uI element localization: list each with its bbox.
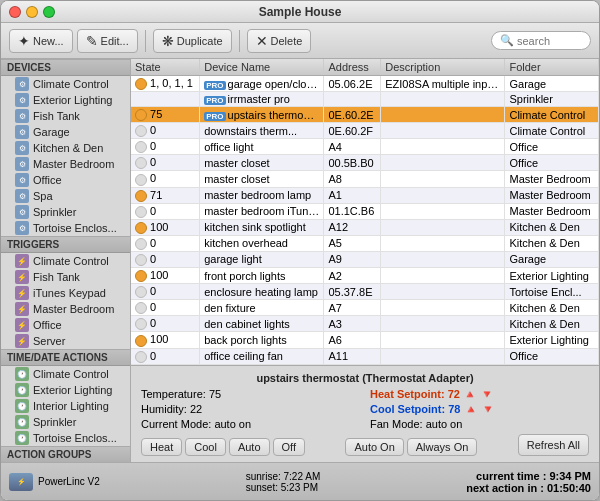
sidebar-item-timedate[interactable]: 🕐Interior Lighting xyxy=(1,398,130,414)
sidebar-item-device[interactable]: ⚙Climate Control xyxy=(1,76,130,92)
sidebar-triggers-list: ⚡Climate Control⚡Fish Tank⚡iTunes Keypad… xyxy=(1,253,130,349)
table-row[interactable]: 0downstairs therm...0E.60.2FClimate Cont… xyxy=(131,123,599,139)
heat-down-icon[interactable]: 🔻 xyxy=(480,388,494,400)
table-row[interactable]: 100kitchen sink spotlightA12Kitchen & De… xyxy=(131,219,599,235)
cell-state: off xyxy=(131,364,200,365)
table-row[interactable]: 0enclosure heating lamp05.37.8ETortoise … xyxy=(131,284,599,300)
sidebar-item-device[interactable]: ⚙Master Bedroom xyxy=(1,156,130,172)
detail-title: upstairs thermostat (Thermostat Adapter) xyxy=(141,372,589,384)
table-row[interactable]: 1, 0, 1, 1PROgarage open/close...05.06.2… xyxy=(131,76,599,92)
cell-name: office light xyxy=(200,139,324,155)
sidebar-device-label: Tortoise Enclos... xyxy=(33,222,117,234)
current-mode-row: Current Mode: auto on xyxy=(141,418,360,430)
table-row[interactable]: 75PROupstairs thermostat0E.60.2EClimate … xyxy=(131,107,599,123)
sidebar-item-trigger[interactable]: ⚡iTunes Keypad xyxy=(1,285,130,301)
sidebar-item-device[interactable]: ⚙Garage xyxy=(1,124,130,140)
minimize-button[interactable] xyxy=(26,6,38,18)
table-row[interactable]: 0office lightA4Office xyxy=(131,139,599,155)
table-row[interactable]: 0garage lightA9Garage xyxy=(131,251,599,267)
new-button[interactable]: ✦ New... xyxy=(9,29,73,53)
cell-name: master bedroom iTunes... xyxy=(200,203,324,219)
cool-up-icon[interactable]: 🔺 xyxy=(464,403,478,415)
sidebar-item-trigger[interactable]: ⚡Server xyxy=(1,333,130,349)
mode-button-off[interactable]: Off xyxy=(273,438,305,456)
pro-badge: PRO xyxy=(204,81,225,90)
table-row[interactable]: offspa heaterB3Spa xyxy=(131,364,599,365)
sidebar-item-device[interactable]: ⚙Fish Tank xyxy=(1,108,130,124)
mode-button-cool[interactable]: Cool xyxy=(185,438,226,456)
sidebar-item-trigger[interactable]: ⚡Fish Tank xyxy=(1,269,130,285)
device-icon: ⚙ xyxy=(15,157,29,171)
refresh-all-button[interactable]: Refresh All xyxy=(518,434,589,456)
fan-buttons: Auto OnAlways On xyxy=(345,438,477,456)
edit-icon: ✎ xyxy=(86,33,98,49)
cell-description xyxy=(381,139,505,155)
cell-description xyxy=(381,155,505,171)
sidebar-item-device[interactable]: ⚙Kitchen & Den xyxy=(1,140,130,156)
close-button[interactable] xyxy=(9,6,21,18)
mode-button-heat[interactable]: Heat xyxy=(141,438,182,456)
cell-address: 0E.60.2E xyxy=(324,107,381,123)
cell-state: 0 xyxy=(131,251,200,267)
table-row[interactable]: 0office ceiling fanA11Office xyxy=(131,348,599,364)
sidebar-item-device[interactable]: ⚙Spa xyxy=(1,188,130,204)
cell-state: 71 xyxy=(131,187,200,203)
sidebar-item-timedate[interactable]: 🕐Climate Control xyxy=(1,366,130,382)
cell-address: 0E.60.2F xyxy=(324,123,381,139)
sidebar-item-device[interactable]: ⚙Exterior Lighting xyxy=(1,92,130,108)
device-table-container[interactable]: StateDevice NameAddressDescriptionFolder… xyxy=(131,59,599,365)
sidebar-item-device[interactable]: ⚙Sprinkler xyxy=(1,204,130,220)
edit-button[interactable]: ✎ Edit... xyxy=(77,29,138,53)
table-row[interactable]: 0kitchen overheadA5Kitchen & Den xyxy=(131,235,599,251)
table-column-header: Address xyxy=(324,59,381,76)
heat-up-icon[interactable]: 🔺 xyxy=(463,388,477,400)
table-row[interactable]: PROirrmaster proSprinkler xyxy=(131,92,599,107)
sidebar-item-timedate[interactable]: 🕐Exterior Lighting xyxy=(1,382,130,398)
cell-state: 0 xyxy=(131,348,200,364)
search-input[interactable] xyxy=(517,35,587,47)
table-row[interactable]: 0master closetA8Master Bedroom xyxy=(131,171,599,187)
device-icon: ⚙ xyxy=(15,221,29,235)
sidebar-timedate-list: 🕐Climate Control🕐Exterior Lighting🕐Inter… xyxy=(1,366,130,446)
table-row[interactable]: 0den fixtureA7Kitchen & Den xyxy=(131,300,599,316)
cool-down-icon[interactable]: 🔻 xyxy=(481,403,495,415)
pro-badge: PRO xyxy=(204,96,225,105)
sunset-time: 5:23 PM xyxy=(281,482,318,493)
cell-address: A1 xyxy=(324,187,381,203)
sidebar-item-timedate[interactable]: 🕐Sprinkler xyxy=(1,414,130,430)
table-row[interactable]: 0den cabinet lightsA3Kitchen & Den xyxy=(131,316,599,332)
table-row[interactable]: 0master bedroom iTunes...01.1C.B6Master … xyxy=(131,203,599,219)
sidebar-item-trigger[interactable]: ⚡Master Bedroom xyxy=(1,301,130,317)
fan-button-always-on[interactable]: Always On xyxy=(407,438,478,456)
cell-folder: Kitchen & Den xyxy=(505,300,599,316)
delete-button[interactable]: ✕ Delete xyxy=(247,29,312,53)
device-table: StateDevice NameAddressDescriptionFolder… xyxy=(131,59,599,365)
powerlinc-area: ⚡ PowerLinc V2 xyxy=(9,473,100,491)
cell-address: 01.1C.B6 xyxy=(324,203,381,219)
fan-button-auto-on[interactable]: Auto On xyxy=(345,438,403,456)
sidebar-item-device[interactable]: ⚙Office xyxy=(1,172,130,188)
sidebar-device-label: Spa xyxy=(33,190,53,202)
fan-mode-row: Fan Mode: auto on xyxy=(370,418,589,430)
device-icon: ⚙ xyxy=(15,93,29,107)
cell-name: master closet xyxy=(200,171,324,187)
sidebar-item-trigger[interactable]: ⚡Climate Control xyxy=(1,253,130,269)
sidebar-trigger-label: iTunes Keypad xyxy=(33,287,106,299)
maximize-button[interactable] xyxy=(43,6,55,18)
cell-address xyxy=(324,92,381,107)
sunrise-time: 7:22 AM xyxy=(284,471,321,482)
sidebar-item-device[interactable]: ⚙Tortoise Enclos... xyxy=(1,220,130,236)
table-row[interactable]: 0master closet00.5B.B0Office xyxy=(131,155,599,171)
search-box[interactable]: 🔍 xyxy=(491,31,591,50)
timedate-icon: 🕐 xyxy=(15,399,29,413)
table-row[interactable]: 100back porch lightsA6Exterior Lighting xyxy=(131,332,599,348)
table-row[interactable]: 100front porch lightsA2Exterior Lighting xyxy=(131,268,599,284)
duplicate-button[interactable]: ❋ Duplicate xyxy=(153,29,232,53)
sidebar-item-trigger[interactable]: ⚡Office xyxy=(1,317,130,333)
cell-description xyxy=(381,364,505,365)
cell-name: kitchen sink spotlight xyxy=(200,219,324,235)
mode-button-auto[interactable]: Auto xyxy=(229,438,270,456)
table-row[interactable]: 71master bedroom lampA1Master Bedroom xyxy=(131,187,599,203)
cell-folder: Office xyxy=(505,139,599,155)
sidebar-item-timedate[interactable]: 🕐Tortoise Enclos... xyxy=(1,430,130,446)
